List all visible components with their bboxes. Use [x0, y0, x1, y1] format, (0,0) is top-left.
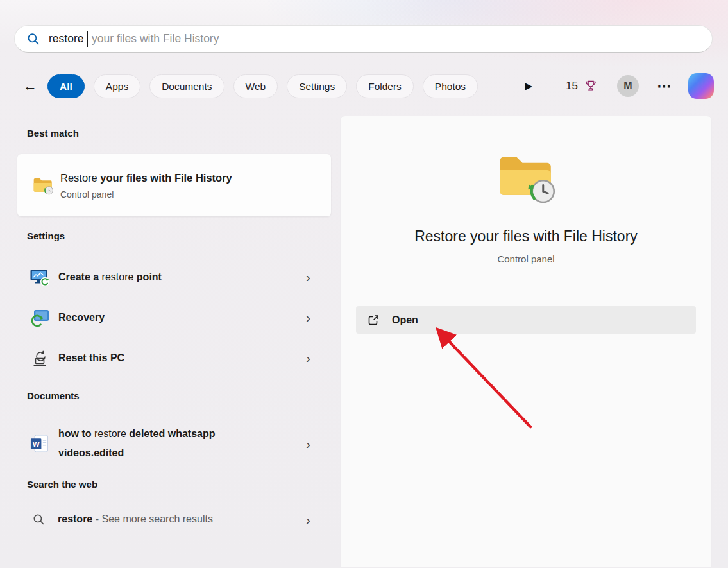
- label-post: Recovery: [58, 312, 105, 323]
- play-icon[interactable]: ▶: [525, 80, 533, 92]
- file-history-icon-large: [495, 150, 557, 205]
- open-external-icon: [367, 314, 380, 327]
- svg-text:W: W: [33, 440, 40, 448]
- result-label: Recovery: [58, 312, 105, 323]
- filter-tab-documents[interactable]: Documents: [149, 74, 224, 98]
- best-match-text: Restore your files with File History Con…: [60, 171, 232, 200]
- label-pre: how to: [58, 428, 94, 439]
- search-the-web-heading: Search the web: [27, 478, 340, 491]
- search-suggestion-text: your files with File History: [92, 32, 219, 46]
- back-arrow-icon: ←: [23, 78, 37, 94]
- result-web-search[interactable]: restore - See more search results ›: [0, 505, 340, 533]
- filter-row: ← All Apps Documents Web Settings Folder…: [14, 71, 714, 101]
- result-document[interactable]: W how to restore deleted whatsapp videos…: [0, 418, 340, 469]
- header-right-cluster: ▶ 15 M ⋯: [525, 73, 714, 99]
- search-query-text: restore: [49, 32, 83, 46]
- result-label: Create a restore point: [58, 271, 162, 283]
- divider: [356, 291, 696, 291]
- best-match-heading: Best match: [27, 116, 340, 140]
- chevron-right-icon[interactable]: ›: [306, 437, 310, 451]
- restore-point-icon: [30, 267, 50, 288]
- avatar-initial: M: [623, 80, 632, 92]
- rewards-trophy-icon[interactable]: [584, 79, 598, 93]
- result-label: how to restore deleted whatsapp videos.e…: [58, 424, 265, 463]
- settings-heading: Settings: [27, 230, 340, 243]
- preview-panel: Restore your files with File History Con…: [340, 116, 712, 568]
- result-recovery[interactable]: Recovery ›: [0, 297, 340, 338]
- best-match-title: Restore your files with File History: [60, 171, 232, 185]
- label-match: restore: [58, 513, 92, 524]
- label-match: restore: [102, 271, 134, 282]
- results-panel: Best match Restore your files with File …: [0, 116, 340, 533]
- filter-tab-apps[interactable]: Apps: [94, 74, 140, 98]
- chevron-right-icon[interactable]: ›: [306, 513, 310, 526]
- search-input[interactable]: restore your files with File History: [14, 25, 713, 53]
- chevron-right-icon[interactable]: ›: [306, 311, 310, 324]
- back-button[interactable]: ←: [23, 78, 45, 94]
- recovery-icon: [30, 307, 50, 328]
- label-match: restore: [94, 428, 126, 439]
- result-reset-this-pc[interactable]: Reset this PC ›: [0, 338, 340, 378]
- preview-title: Restore your files with File History: [414, 227, 638, 246]
- title-rest: your files with File History: [100, 172, 232, 184]
- user-avatar[interactable]: M: [617, 75, 639, 97]
- result-label: Reset this PC: [58, 352, 124, 364]
- title-match: Restore: [60, 172, 100, 184]
- open-button[interactable]: Open: [356, 306, 696, 334]
- copilot-icon[interactable]: [688, 73, 714, 99]
- label-post: point: [133, 271, 162, 282]
- open-button-label: Open: [392, 314, 418, 326]
- more-options-icon[interactable]: ⋯: [657, 78, 672, 95]
- filter-tab-web[interactable]: Web: [233, 74, 278, 98]
- reset-pc-icon: [30, 348, 50, 368]
- chevron-right-icon[interactable]: ›: [306, 270, 310, 284]
- result-label: restore - See more search results: [58, 513, 213, 525]
- label-post: - See more search results: [92, 513, 213, 524]
- filter-pills: All Apps Documents Web Settings Folders …: [47, 74, 482, 98]
- settings-results: Create a restore point › Recovery › Rese…: [0, 257, 340, 378]
- text-cursor: [87, 31, 88, 47]
- filter-tab-folders[interactable]: Folders: [356, 74, 414, 98]
- word-document-icon: W: [30, 433, 49, 454]
- best-match-subtitle: Control panel: [60, 189, 232, 200]
- best-match-result[interactable]: Restore your files with File History Con…: [17, 154, 331, 216]
- search-icon: [26, 32, 40, 46]
- file-history-icon: [32, 176, 54, 195]
- filter-tab-settings[interactable]: Settings: [287, 74, 347, 98]
- search-icon: [32, 513, 46, 526]
- label-pre: Create a: [58, 271, 102, 282]
- preview-subtitle: Control panel: [497, 254, 554, 264]
- filter-tab-all[interactable]: All: [47, 74, 85, 98]
- rewards-count[interactable]: 15: [566, 80, 578, 92]
- result-create-restore-point[interactable]: Create a restore point ›: [0, 257, 340, 297]
- documents-heading: Documents: [27, 390, 340, 402]
- filter-tab-photos[interactable]: Photos: [423, 74, 478, 98]
- label-post: Reset this PC: [58, 352, 124, 363]
- chevron-right-icon[interactable]: ›: [306, 351, 310, 365]
